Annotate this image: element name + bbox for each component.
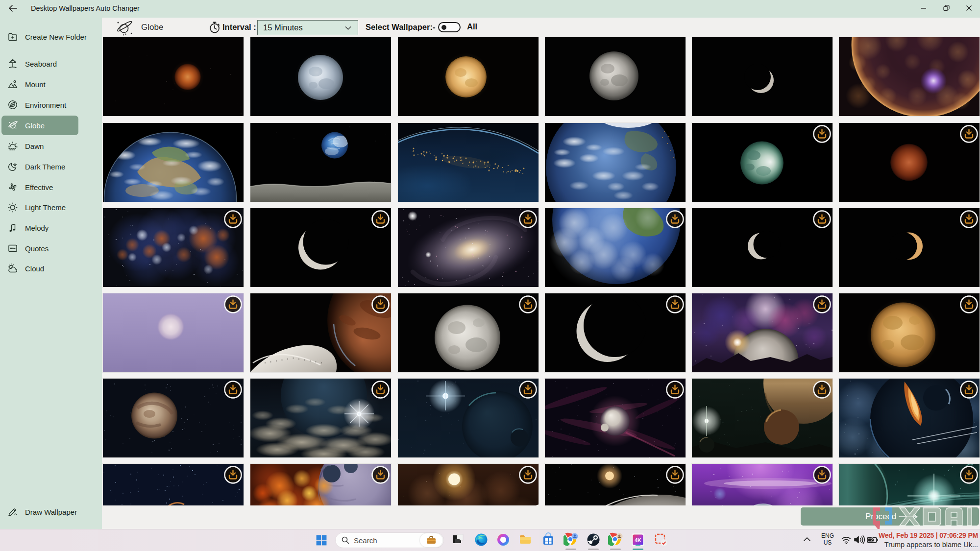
svg-text:4K: 4K (635, 537, 641, 543)
